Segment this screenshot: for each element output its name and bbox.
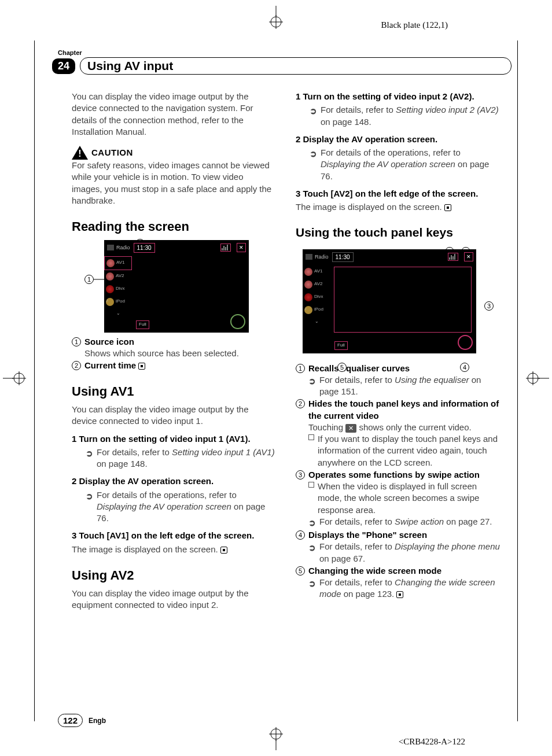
refer-arrow-icon: ➲ bbox=[86, 448, 93, 470]
chapter-number-badge: 24 bbox=[52, 58, 75, 74]
source-more: ⌄ bbox=[104, 308, 132, 319]
clock-display: 11:30 bbox=[134, 243, 155, 253]
source-av2: AV2 bbox=[104, 270, 132, 283]
full-button: Full bbox=[136, 320, 149, 329]
end-mark-icon bbox=[444, 204, 451, 211]
legend-num-1: 1 bbox=[72, 337, 81, 346]
av1-step1-detail: ➲For details, refer to Setting video inp… bbox=[72, 447, 276, 470]
av2-step3-title: 3 Touch [AV2] on the left edge of the sc… bbox=[296, 188, 500, 200]
clock-display: 11:30 bbox=[332, 252, 354, 263]
av2-step2-detail: ➲For details of the operations, refer to… bbox=[296, 147, 500, 182]
document-page: Black plate (122,1) Chapter 24 Using AV … bbox=[0, 0, 552, 756]
warning-triangle-icon: ! bbox=[72, 146, 88, 160]
legend-2-title: Current time bbox=[84, 360, 136, 370]
callout-line bbox=[94, 279, 105, 280]
refer-arrow-icon: ➲ bbox=[86, 491, 93, 525]
caution-heading: ! CAUTION bbox=[72, 146, 276, 160]
figure-1-wrap: 2 1 Radio 11:30 ✕ AV1 AV2 Divx ♪iP bbox=[72, 240, 276, 333]
crop-mark-bottom bbox=[264, 727, 288, 750]
leg2-line1: Touching ✕ shows only the current video. bbox=[308, 422, 500, 433]
heading-touch-panel: Using the touch panel keys bbox=[296, 224, 500, 241]
crop-mark-top bbox=[264, 6, 288, 29]
close-icon: ✕ bbox=[464, 252, 473, 261]
leg3-note: When the video is displayed in full scre… bbox=[318, 481, 500, 516]
callout-3: 3 bbox=[484, 301, 494, 311]
source-more: ⌄ bbox=[303, 316, 330, 327]
leg5-title: Changing the wide screen mode bbox=[308, 566, 441, 576]
swipe-area bbox=[334, 267, 472, 333]
document-code: <CRB4228-A>122 bbox=[399, 737, 465, 747]
end-mark-icon bbox=[396, 591, 403, 598]
leg1-title: Recalls equaliser curves bbox=[308, 363, 410, 373]
refer-arrow-icon: ➲ bbox=[308, 375, 316, 398]
av1-step1-title: 1 Turn on the setting of video input 1 (… bbox=[72, 433, 276, 445]
refer-arrow-icon: ➲ bbox=[308, 578, 316, 600]
heading-using-av2: Using AV2 bbox=[72, 567, 276, 584]
margin-rule-left bbox=[34, 40, 35, 721]
refer-arrow-icon: ➲ bbox=[308, 542, 316, 565]
black-plate-label: Black plate (122,1) bbox=[381, 20, 448, 30]
figure-reading-screen: Radio 11:30 ✕ AV1 AV2 Divx ♪iPod ⌄ Full bbox=[104, 240, 249, 333]
legend-1-desc: Shows which source has been selected. bbox=[84, 348, 239, 358]
caution-body: For safety reasons, video images cannot … bbox=[72, 160, 276, 206]
av2-intro: You can display the video image output b… bbox=[72, 588, 276, 611]
legend-num-2: 2 bbox=[72, 361, 81, 370]
phone-icon bbox=[230, 314, 245, 329]
leg2-note: If you want to display the touch panel k… bbox=[318, 433, 500, 469]
eq-icon bbox=[448, 253, 458, 261]
figure-touch-panel: Radio 11:30 ✕ AV1 AV2 Divx ♪iPod ⌄ Full bbox=[303, 249, 476, 353]
av2-step1-title: 1 Turn on the setting of video input 2 (… bbox=[296, 91, 500, 102]
page-title: Using AV input bbox=[80, 57, 511, 75]
legend-1-title: Source icon bbox=[84, 337, 134, 346]
crop-mark-left bbox=[3, 367, 26, 390]
heading-reading-screen: Reading the screen bbox=[72, 218, 276, 235]
leg3-title: Operates some functions by swipe action bbox=[308, 470, 480, 480]
source-av1: AV1 bbox=[303, 265, 330, 278]
end-mark-icon bbox=[220, 547, 227, 554]
av1-intro: You can display the video image output b… bbox=[72, 404, 276, 427]
crop-mark-right bbox=[526, 367, 549, 390]
right-column: 1 Turn on the setting of video input 2 (… bbox=[296, 91, 500, 613]
refer-arrow-icon: ➲ bbox=[310, 148, 317, 182]
phone-icon bbox=[458, 335, 473, 350]
refer-arrow-icon: ➲ bbox=[308, 517, 316, 529]
radio-indicator: Radio bbox=[306, 253, 329, 260]
legend-num: 3 bbox=[296, 470, 305, 480]
av1-step2-title: 2 Display the AV operation screen. bbox=[72, 475, 276, 487]
callout-4: 4 bbox=[460, 363, 469, 372]
leg2-title: Hides the touch panel keys and informati… bbox=[308, 399, 499, 420]
figure2-legend: 1 Recalls equaliser curves ➲For details,… bbox=[296, 363, 500, 600]
end-mark-icon bbox=[138, 363, 145, 370]
note-square-icon bbox=[308, 482, 314, 488]
source-av1: AV1 bbox=[104, 256, 132, 270]
callout-5: 5 bbox=[337, 363, 347, 372]
source-av2: AV2 bbox=[303, 278, 330, 291]
note-square-icon bbox=[308, 434, 314, 440]
radio-indicator: Radio bbox=[107, 244, 130, 251]
x-chip-icon: ✕ bbox=[345, 424, 356, 433]
av2-step2-title: 2 Display the AV operation screen. bbox=[296, 134, 500, 145]
caution-label: CAUTION bbox=[91, 147, 133, 158]
legend-num: 1 bbox=[296, 364, 305, 373]
source-divx: Divx bbox=[303, 291, 330, 304]
page-header: 24 Using AV input bbox=[52, 57, 511, 75]
refer-arrow-icon: ➲ bbox=[310, 105, 317, 128]
leg4-title: Displays the "Phone" screen bbox=[308, 530, 427, 540]
figure-2-wrap: 1 2 3 4 5 Radio 11:30 ✕ AV1 AV2 bbox=[296, 249, 500, 353]
eq-icon bbox=[220, 244, 231, 252]
margin-rule-right bbox=[517, 40, 518, 721]
callout-1: 1 bbox=[84, 275, 94, 284]
av1-step3-result: The image is displayed on the screen. bbox=[72, 544, 276, 555]
content-columns: You can display the video image output b… bbox=[72, 91, 500, 613]
source-ipod: ♪iPod bbox=[303, 304, 330, 316]
close-icon: ✕ bbox=[237, 243, 246, 252]
source-sidebar: AV1 AV2 Divx ♪iPod ⌄ bbox=[303, 265, 330, 353]
figure1-legend: 1 Source icon Shows which source has bee… bbox=[72, 336, 276, 372]
av2-step3-result: The image is displayed on the screen. bbox=[296, 201, 500, 213]
intro-text: You can display the video image output b… bbox=[72, 91, 276, 138]
source-ipod: ♪iPod bbox=[104, 296, 132, 308]
source-divx: Divx bbox=[104, 283, 132, 296]
av1-step2-detail: ➲For details of the operations, refer to… bbox=[72, 489, 276, 525]
page-number-badge: 122 bbox=[58, 714, 83, 727]
left-column: You can display the video image output b… bbox=[72, 91, 276, 613]
